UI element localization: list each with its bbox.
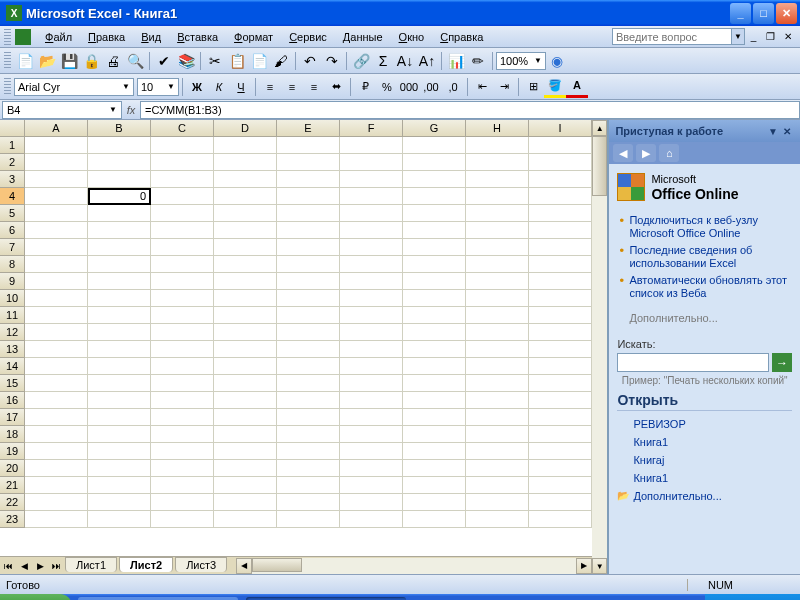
cell[interactable] <box>340 511 403 528</box>
cell[interactable] <box>466 409 529 426</box>
window-maximize-button[interactable]: □ <box>753 3 774 24</box>
row-header[interactable]: 9 <box>0 273 25 290</box>
taskpane-back-button[interactable]: ◀ <box>613 144 633 162</box>
fx-icon[interactable]: fx <box>122 104 140 116</box>
vscroll-thumb[interactable] <box>592 136 607 196</box>
cell[interactable] <box>214 358 277 375</box>
cell[interactable] <box>529 375 592 392</box>
cell[interactable] <box>403 205 466 222</box>
cell[interactable] <box>403 290 466 307</box>
comma-button[interactable]: 000 <box>398 76 420 98</box>
window-close-button[interactable]: ✕ <box>776 3 797 24</box>
vertical-scrollbar[interactable]: ▲ ▼ <box>592 120 607 574</box>
cell[interactable] <box>88 171 151 188</box>
taskpane-link[interactable]: Подключиться к веб-узлу Microsoft Office… <box>617 212 792 242</box>
start-button[interactable]: пуск <box>0 594 72 600</box>
help-button[interactable]: ◉ <box>546 50 568 72</box>
col-header-I[interactable]: I <box>529 120 592 137</box>
cell[interactable] <box>277 477 340 494</box>
font-combo[interactable]: Arial Cyr▼ <box>14 78 134 96</box>
cell[interactable] <box>466 375 529 392</box>
select-all-corner[interactable] <box>0 120 25 137</box>
hscroll-thumb[interactable] <box>252 558 302 572</box>
cell[interactable] <box>88 324 151 341</box>
cell[interactable] <box>403 443 466 460</box>
cell[interactable] <box>88 307 151 324</box>
cell[interactable] <box>151 273 214 290</box>
cell[interactable] <box>403 256 466 273</box>
cell[interactable] <box>277 409 340 426</box>
cell[interactable] <box>529 290 592 307</box>
cell[interactable] <box>25 188 88 205</box>
decrease-decimal-button[interactable]: ,0 <box>442 76 464 98</box>
prev-sheet-button[interactable]: ◀ <box>16 558 32 574</box>
copy-button[interactable]: 📋 <box>226 50 248 72</box>
col-header-C[interactable]: C <box>151 120 214 137</box>
cell[interactable] <box>25 409 88 426</box>
cell[interactable] <box>88 443 151 460</box>
cell[interactable] <box>25 460 88 477</box>
cell[interactable] <box>277 341 340 358</box>
cell[interactable] <box>25 443 88 460</box>
increase-indent-button[interactable]: ⇥ <box>493 76 515 98</box>
formula-input[interactable]: =СУММ(B1:B3) <box>140 101 800 119</box>
next-sheet-button[interactable]: ▶ <box>32 558 48 574</box>
menu-правка[interactable]: Правка <box>80 29 133 45</box>
cell[interactable] <box>403 460 466 477</box>
cell[interactable] <box>277 460 340 477</box>
cell[interactable] <box>340 171 403 188</box>
print-preview-button[interactable]: 🔍 <box>124 50 146 72</box>
cell[interactable] <box>529 154 592 171</box>
cell[interactable] <box>88 256 151 273</box>
col-header-H[interactable]: H <box>466 120 529 137</box>
cell[interactable] <box>340 341 403 358</box>
menu-вид[interactable]: Вид <box>133 29 169 45</box>
drawing-button[interactable]: ✏ <box>467 50 489 72</box>
cut-button[interactable]: ✂ <box>204 50 226 72</box>
cell[interactable] <box>340 443 403 460</box>
increase-decimal-button[interactable]: ,00 <box>420 76 442 98</box>
cell[interactable] <box>88 358 151 375</box>
paste-button[interactable]: 📄 <box>248 50 270 72</box>
toolbar-grip[interactable] <box>4 52 11 70</box>
cell[interactable] <box>403 392 466 409</box>
cell[interactable] <box>529 307 592 324</box>
permission-button[interactable]: 🔒 <box>80 50 102 72</box>
cell[interactable] <box>466 392 529 409</box>
undo-button[interactable]: ↶ <box>299 50 321 72</box>
cell[interactable] <box>277 511 340 528</box>
recent-file-link[interactable]: Книга1 <box>617 433 792 451</box>
cell[interactable] <box>466 222 529 239</box>
cell[interactable] <box>340 205 403 222</box>
cell[interactable] <box>151 443 214 460</box>
cell[interactable] <box>340 222 403 239</box>
cell[interactable] <box>277 256 340 273</box>
cell[interactable] <box>25 511 88 528</box>
cell[interactable] <box>214 154 277 171</box>
cell[interactable] <box>25 154 88 171</box>
cell[interactable] <box>466 341 529 358</box>
cell[interactable] <box>214 443 277 460</box>
font-size-combo[interactable]: 10▼ <box>137 78 179 96</box>
cell[interactable] <box>151 239 214 256</box>
cell[interactable] <box>466 443 529 460</box>
toolbar-grip[interactable] <box>4 78 11 96</box>
cell[interactable] <box>529 188 592 205</box>
last-sheet-button[interactable]: ⏭ <box>48 558 64 574</box>
cell[interactable] <box>466 188 529 205</box>
cell[interactable] <box>88 222 151 239</box>
cell[interactable] <box>340 154 403 171</box>
row-header[interactable]: 20 <box>0 460 25 477</box>
cell[interactable] <box>214 477 277 494</box>
cell[interactable] <box>466 324 529 341</box>
cell[interactable] <box>403 137 466 154</box>
scroll-right-button[interactable]: ▶ <box>576 558 592 574</box>
help-dropdown-icon[interactable]: ▼ <box>732 28 745 45</box>
col-header-G[interactable]: G <box>403 120 466 137</box>
cell[interactable] <box>466 426 529 443</box>
cell[interactable] <box>277 137 340 154</box>
mdi-close-button[interactable]: ✕ <box>780 29 795 44</box>
cell[interactable] <box>25 256 88 273</box>
cell[interactable] <box>529 256 592 273</box>
row-header[interactable]: 14 <box>0 358 25 375</box>
